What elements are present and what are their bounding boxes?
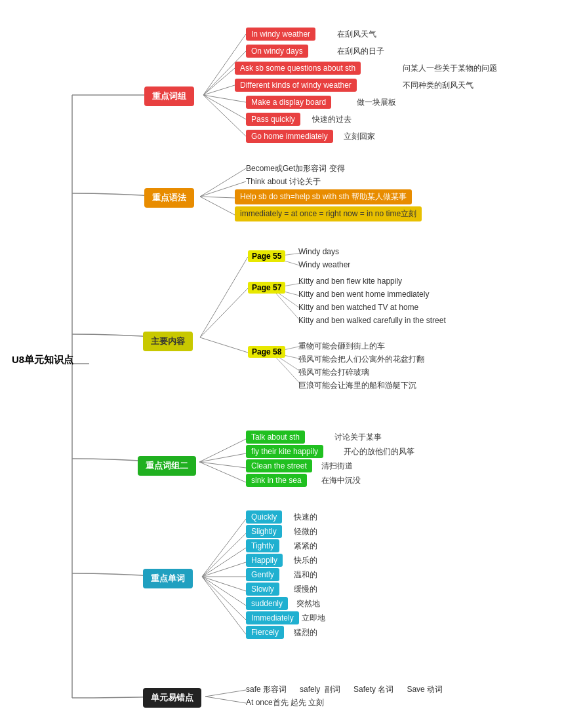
svg-line-16 [200,337,248,353]
danci-item-3: Happily [246,554,283,567]
page57-item-0: Kitty and ben flew kite happily [298,277,402,286]
svg-line-30 [199,462,246,482]
danci-item-6: suddenly [246,597,288,610]
svg-line-7 [203,95,246,102]
svg-line-9 [203,95,246,136]
branch-zhongdian-danci: 重点单词 [143,569,193,588]
cizu2-item-2: Clean the street [246,459,312,472]
yufa-item-2: Help sb do sth=help sb with sth 帮助某人做某事 [235,189,412,204]
branch-zhongdian-cizu: 重点词组 [144,86,194,106]
page58-item-3: 巨浪可能会让海里的船和游艇下沉 [298,380,416,391]
danci-trans-5: 缓慢的 [294,584,317,595]
svg-line-37 [202,577,246,605]
cizu-item-2: Ask sb some questions about sth [235,62,361,75]
cizu-trans-4: 做一块展板 [357,97,396,108]
cizu2-trans-0: 讨论关于某事 [334,432,382,443]
cizu-item-4: Make a display board [246,96,331,109]
branch-zhuyao-neirong: 主要内容 [143,332,193,351]
svg-line-31 [202,519,246,577]
danci-item-4: Gently [246,568,279,581]
page58-item-1: 强风可能会把人们公寓外的花盆打翻 [298,354,424,365]
danci-item-8: Fiercely [246,626,284,639]
danci-item-0: Quickly [246,510,282,524]
cizu-item-6: Go home immediately [246,130,333,143]
yufa-item-1: Think about 讨论关于 [246,176,321,187]
svg-line-5 [203,68,235,95]
svg-line-33 [202,548,246,577]
branch-danyuan-cuodian: 单元易错点 [143,688,201,708]
svg-line-32 [202,533,246,577]
danci-trans-2: 紧紧的 [294,541,317,552]
svg-line-36 [202,577,246,591]
mindmap-container: U8单元知识点 重点词组 In windy weather 在刮风天气 On w… [0,0,564,728]
page57-item-2: Kitty and ben watched TV at home [298,303,418,312]
yufa-item-3: immediately = at once = right now = in n… [235,206,422,221]
cizu-item-0: In windy weather [246,28,315,41]
cizu2-item-3: sink in the sea [246,474,307,487]
page-57-label: Page 57 [248,282,285,294]
danci-trans-1: 轻微的 [294,526,317,537]
cizu2-trans-3: 在海中沉没 [321,475,361,486]
danci-trans-4: 温和的 [294,569,317,581]
svg-line-40 [205,690,246,697]
svg-line-12 [200,197,235,198]
cizu-trans-0: 在刮风天气 [337,29,376,40]
page57-item-3: Kitty and ben walked carefully in the st… [298,316,446,325]
danci-trans-3: 快乐的 [294,555,317,566]
page-55-label: Page 55 [248,250,285,262]
cizu-item-5: Pass quickly [246,113,300,126]
danci-item-1: Slightly [246,525,282,538]
page58-item-0: 重物可能会砸到街上的车 [298,341,385,352]
cizu2-item-0: Talk about sth [246,431,305,444]
cizu-trans-3: 不同种类的刮风天气 [403,80,473,91]
page58-item-2: 强风可能会打碎玻璃 [298,367,369,378]
page55-item-0: Windy days [298,247,339,256]
svg-line-38 [202,577,246,620]
cizu-trans-6: 立刻回家 [344,131,375,142]
page-58-label: Page 58 [248,346,285,358]
page55-item-1: Windy weather [298,260,350,269]
danci-trans-6: 突然地 [296,598,320,609]
svg-line-41 [205,697,246,703]
svg-line-27 [199,439,246,462]
danci-trans-8: 猛烈的 [294,627,317,638]
danci-trans-7: 立即地 [302,613,325,624]
yufa-item-0: Become或Get加形容词 变得 [246,163,345,174]
branch-zhongdian-yufa: 重点语法 [144,188,194,208]
cizu-item-3: Different kinds of windy weather [235,79,357,92]
cizu2-trans-2: 清扫街道 [321,461,353,472]
danci-item-5: Slowly [246,583,279,596]
svg-line-34 [202,562,246,577]
svg-line-39 [202,577,246,634]
root-node: U8单元知识点 [12,354,73,366]
svg-line-6 [203,85,235,95]
cizu-trans-2: 问某人一些关于某物的问题 [403,63,497,74]
cizu2-item-1: fly their kite happily [246,445,323,458]
danci-item-2: Tightly [246,539,279,552]
cuodian-item-0: safe 形容词 safely 副词 Safety 名词 Save 动词 [246,684,443,695]
danci-item-7: Immediately [246,611,299,624]
page57-item-1: Kitty and ben went home immediately [298,290,429,299]
cizu-trans-1: 在刮风的日子 [337,46,384,57]
cizu2-trans-1: 开心的放他们的风筝 [344,446,414,457]
cizu-trans-5: 快速的过去 [312,114,352,125]
svg-line-14 [200,257,248,337]
branch-zhongdian-cizu2: 重点词组二 [138,456,196,476]
svg-line-15 [200,288,248,337]
svg-line-13 [200,197,235,215]
svg-line-8 [203,95,246,119]
danci-trans-0: 快速的 [294,512,317,523]
svg-line-28 [199,453,246,462]
svg-line-29 [199,462,246,468]
cuodian-item-1: At once首先 起先 立刻 [246,697,324,708]
cizu-item-1: On windy days [246,45,308,58]
